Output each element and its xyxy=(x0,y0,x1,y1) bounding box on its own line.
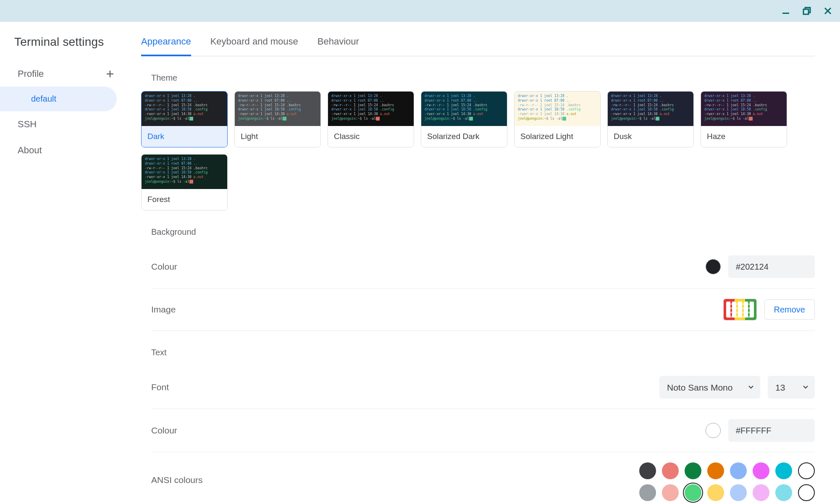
theme-preview: drwxr-xr-x 1 joel 13:28 . drwxr-xr-x 1 r… xyxy=(701,92,787,126)
theme-card-dark[interactable]: drwxr-xr-x 1 joel 13:28 . drwxr-xr-x 1 r… xyxy=(141,91,228,147)
bg-colour-swatch[interactable] xyxy=(706,259,721,274)
bg-colour-label: Colour xyxy=(151,262,177,272)
theme-grid: drwxr-xr-x 1 joel 13:28 . drwxr-xr-x 1 r… xyxy=(141,91,815,210)
theme-preview: drwxr-xr-x 1 joel 13:28 . drwxr-xr-x 1 r… xyxy=(235,92,320,126)
theme-label: Classic xyxy=(328,126,414,147)
theme-label: Forest xyxy=(142,189,227,210)
remove-image-button[interactable]: Remove xyxy=(764,299,815,320)
ansi-swatch[interactable] xyxy=(707,462,724,479)
ansi-label: ANSI colours xyxy=(151,462,203,485)
row-background-colour: Colour xyxy=(151,245,815,289)
theme-card-light[interactable]: drwxr-xr-x 1 joel 13:28 . drwxr-xr-x 1 r… xyxy=(234,91,321,147)
font-label: Font xyxy=(151,382,169,392)
tab-appearance[interactable]: Appearance xyxy=(141,36,191,56)
row-font: Font Noto Sans Mono 13 xyxy=(151,366,815,409)
theme-card-solarized-dark[interactable]: drwxr-xr-x 1 joel 13:28 . drwxr-xr-x 1 r… xyxy=(421,91,507,147)
sidebar-profile-default[interactable]: default xyxy=(0,87,117,111)
font-select[interactable]: Noto Sans Mono xyxy=(659,376,760,399)
svg-rect-2 xyxy=(803,9,808,14)
section-heading-theme: Theme xyxy=(141,56,815,91)
theme-label: Solarized Dark xyxy=(421,126,507,147)
theme-preview: drwxr-xr-x 1 joel 13:28 . drwxr-xr-x 1 r… xyxy=(328,92,414,126)
row-background-image: Image Remove xyxy=(151,289,815,331)
theme-preview: drwxr-xr-x 1 joel 13:28 . drwxr-xr-x 1 r… xyxy=(421,92,507,126)
ansi-swatch[interactable] xyxy=(730,462,747,479)
window-titlebar xyxy=(0,0,840,22)
tab-keyboard-mouse[interactable]: Keyboard and mouse xyxy=(210,36,298,56)
section-heading-text: Text xyxy=(141,331,815,366)
ansi-swatch[interactable] xyxy=(685,484,701,501)
theme-label: Light xyxy=(235,126,320,147)
theme-label: Haze xyxy=(701,126,787,147)
sidebar: Terminal settings Profile default SSH Ab… xyxy=(0,22,124,504)
theme-label: Dark xyxy=(142,126,227,147)
main-content: Appearance Keyboard and mouse Behaviour … xyxy=(124,22,840,504)
ansi-swatch[interactable] xyxy=(707,484,724,501)
ansi-swatch[interactable] xyxy=(662,484,679,501)
close-button[interactable] xyxy=(823,6,832,16)
maximize-button[interactable] xyxy=(802,6,811,16)
profile-heading: Profile xyxy=(18,68,44,79)
row-ansi-colours: ANSI colours xyxy=(151,452,815,501)
ansi-swatch[interactable] xyxy=(685,462,701,479)
ansi-swatch[interactable] xyxy=(639,484,656,501)
ansi-swatch[interactable] xyxy=(775,484,792,501)
tabs: Appearance Keyboard and mouse Behaviour xyxy=(141,22,815,56)
text-colour-input[interactable] xyxy=(728,419,815,442)
sidebar-item-about[interactable]: About xyxy=(0,137,124,163)
add-profile-button[interactable] xyxy=(104,68,116,80)
theme-card-solarized-light[interactable]: drwxr-xr-x 1 joel 13:28 . drwxr-xr-x 1 r… xyxy=(514,91,601,147)
minimize-button[interactable] xyxy=(781,6,790,16)
ansi-swatch[interactable] xyxy=(662,462,679,479)
font-size-select[interactable]: 13 xyxy=(768,376,815,399)
text-colour-swatch[interactable] xyxy=(706,423,721,438)
theme-preview: drwxr-xr-x 1 joel 13:28 . drwxr-xr-x 1 r… xyxy=(142,155,227,189)
theme-preview: drwxr-xr-x 1 joel 13:28 . drwxr-xr-x 1 r… xyxy=(514,92,600,126)
app-title: Terminal settings xyxy=(0,34,124,61)
sidebar-profile-header: Profile xyxy=(0,61,124,87)
theme-label: Dusk xyxy=(608,126,693,147)
bg-image-thumbnail[interactable] xyxy=(723,299,757,320)
bg-image-label: Image xyxy=(151,304,176,315)
ansi-swatch[interactable] xyxy=(730,484,747,501)
ansi-swatch[interactable] xyxy=(753,484,769,501)
ansi-swatch[interactable] xyxy=(798,462,815,479)
theme-label: Solarized Light xyxy=(514,126,600,147)
ansi-swatch[interactable] xyxy=(775,462,792,479)
sidebar-item-ssh[interactable]: SSH xyxy=(0,111,124,137)
tab-behaviour[interactable]: Behaviour xyxy=(318,36,359,56)
theme-card-classic[interactable]: drwxr-xr-x 1 joel 13:28 . drwxr-xr-x 1 r… xyxy=(328,91,414,147)
section-heading-background: Background xyxy=(141,210,815,245)
theme-card-dusk[interactable]: drwxr-xr-x 1 joel 13:28 . drwxr-xr-x 1 r… xyxy=(607,91,694,147)
theme-card-forest[interactable]: drwxr-xr-x 1 joel 13:28 . drwxr-xr-x 1 r… xyxy=(141,154,228,210)
ansi-palette-row1 xyxy=(634,462,815,479)
svg-rect-0 xyxy=(782,13,789,14)
theme-card-haze[interactable]: drwxr-xr-x 1 joel 13:28 . drwxr-xr-x 1 r… xyxy=(701,91,787,147)
ansi-swatch[interactable] xyxy=(753,462,769,479)
ansi-swatch[interactable] xyxy=(639,462,656,479)
text-colour-label: Colour xyxy=(151,425,177,436)
theme-preview: drwxr-xr-x 1 joel 13:28 . drwxr-xr-x 1 r… xyxy=(608,92,693,126)
ansi-swatch[interactable] xyxy=(798,484,815,501)
ansi-palette-row2 xyxy=(634,484,815,501)
bg-colour-input[interactable] xyxy=(728,255,815,278)
theme-preview: drwxr-xr-x 1 joel 13:28 . drwxr-xr-x 1 r… xyxy=(142,92,227,126)
row-text-colour: Colour xyxy=(151,409,815,452)
